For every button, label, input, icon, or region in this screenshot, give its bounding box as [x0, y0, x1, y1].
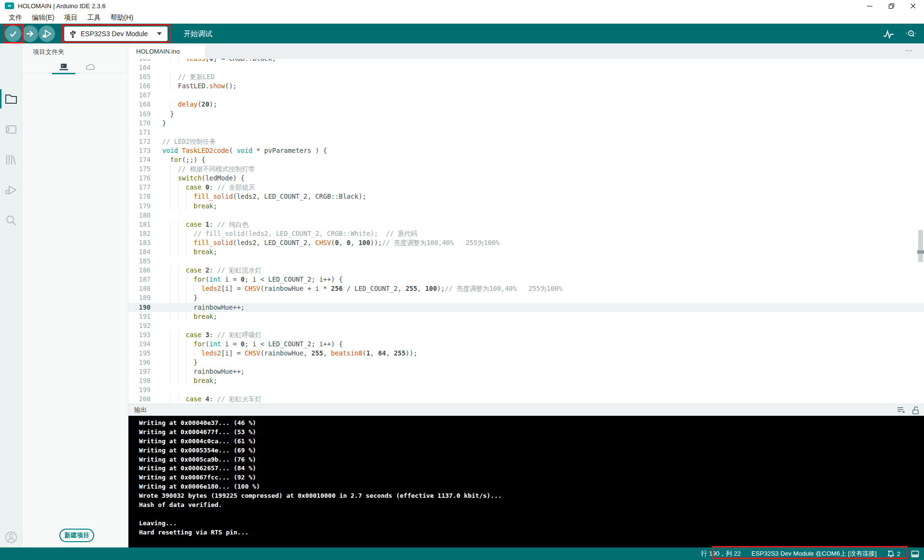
line-number: 169	[128, 109, 151, 119]
code-line[interactable]: 172// LED2控制任务	[128, 137, 924, 146]
terminal-line: Writing at 0x0005ca9b... (76 %)	[139, 455, 924, 464]
menu-item[interactable]: 项目	[59, 12, 83, 24]
code-line[interactable]: 181 case 1: // 纯白色	[128, 220, 924, 229]
line-number: 193	[128, 330, 151, 340]
notification-count: 2	[897, 550, 900, 558]
code-line[interactable]: 189 }	[128, 293, 924, 302]
code-line[interactable]: 191 break;	[128, 312, 924, 321]
output-terminal[interactable]: Writing at 0x00040e37... (46 %)Writing a…	[128, 416, 924, 547]
terminal-line: Writing at 0x0004c0ca... (61 %)	[139, 437, 924, 446]
line-number: 172	[128, 137, 151, 146]
code-line[interactable]: 180	[128, 211, 924, 220]
sidebar-item-debug[interactable]	[0, 179, 22, 201]
code-line[interactable]: 186 case 2: // 彩虹流水灯	[128, 266, 924, 275]
terminal-line	[139, 510, 924, 519]
code-line[interactable]: 200 case 4: // 彩虹火车灯	[128, 395, 924, 404]
code-line[interactable]: 170}	[128, 119, 924, 128]
code-line[interactable]: 179 break;	[128, 202, 924, 211]
sidebar-item-boards-manager[interactable]	[0, 119, 22, 140]
close-button[interactable]	[902, 0, 924, 12]
code-line[interactable]: 197 rainbowHue++;	[128, 367, 924, 376]
editor-scrollbar[interactable]	[918, 230, 923, 262]
tab-local-sketchbook[interactable]	[51, 61, 76, 73]
code-line[interactable]: 165 // 更新LED	[128, 72, 924, 82]
code-line[interactable]: 199	[128, 385, 924, 395]
code-line[interactable]: 194 for(int i = 0; i < LED_COUNT_2; i++)…	[128, 340, 924, 349]
line-number: 178	[128, 192, 151, 201]
code-line[interactable]: 185	[128, 257, 924, 266]
window-title: HOLOMAIN | Arduino IDE 2.3.6	[18, 2, 106, 10]
code-editor[interactable]: 163 leds3[0] = CRGB::Black;164165 // 更新L…	[128, 59, 924, 404]
code-line[interactable]: 177 case 0: // 全部熄灭	[128, 183, 924, 192]
board-port-status[interactable]: ESP32S3 Dev Module 在COM6上 [没有连接]	[751, 549, 876, 558]
activity-bar	[0, 43, 22, 547]
arduino-ide-window: ∞ HOLOMAIN | Arduino IDE 2.3.6 文件编辑(E)项目…	[0, 0, 924, 560]
code-line[interactable]: 190 rainbowHue++;	[128, 303, 924, 312]
menu-bar: 文件编辑(E)项目工具帮助(H)	[0, 12, 924, 24]
upload-button[interactable]	[22, 26, 38, 42]
code-line[interactable]: 169 }	[128, 109, 924, 119]
terminal-line: Leaving...	[139, 519, 924, 528]
tab-holomain-ino[interactable]: HOLOMAIN.ino	[128, 43, 205, 59]
code-line[interactable]: 188 leds2[i] = CHSV(rainbowHue + i * 256…	[128, 284, 924, 293]
line-number: 165	[128, 72, 151, 82]
code-line[interactable]: 178 fill_solid(leds2, LED_COUNT_2, CRGB:…	[128, 192, 924, 201]
code-line[interactable]: 183 fill_solid(leds2, LED_COUNT_2, CHSV(…	[128, 238, 924, 247]
sidebar-item-library-manager[interactable]	[0, 149, 22, 170]
serial-plotter-icon[interactable]	[882, 28, 895, 39]
notifications-item[interactable]: 2	[887, 550, 900, 558]
terminal-line: Hash of data verified.	[139, 501, 924, 510]
lock-open-icon[interactable]	[912, 406, 919, 414]
menu-item[interactable]: 帮助(H)	[106, 12, 138, 24]
restore-button[interactable]	[881, 0, 902, 12]
minimize-button[interactable]	[859, 0, 881, 12]
line-number: 181	[128, 220, 151, 229]
code-line[interactable]: 173void TaskLED2code( void * pvParameter…	[128, 146, 924, 155]
code-line[interactable]: 166 FastLED.show();	[128, 82, 924, 91]
menu-item[interactable]: 工具	[83, 12, 106, 24]
toggle-panel-icon[interactable]	[911, 550, 919, 558]
serial-monitor-icon[interactable]	[905, 28, 917, 39]
code-line[interactable]: 164	[128, 63, 924, 72]
terminal-line: Wrote 390032 bytes (199225 compressed) a…	[139, 492, 924, 501]
code-line[interactable]: 196 }	[128, 358, 924, 367]
menu-item[interactable]: 文件	[4, 12, 27, 24]
cloud-icon	[85, 63, 96, 71]
code-line[interactable]: 171	[128, 128, 924, 137]
tab-cloud-sketchbook[interactable]	[78, 61, 103, 73]
arrow-right-icon	[25, 29, 35, 39]
start-debug-label[interactable]: 开始调试	[183, 24, 212, 43]
board-selector[interactable]: ESP32S3 Dev Module	[64, 27, 168, 41]
code-line[interactable]: 195 leds2[i] = CHSV(rainbowHue, 255, bea…	[128, 349, 924, 358]
code-line[interactable]: 187 for(int i = 0; i < LED_COUNT_2; i++)…	[128, 275, 924, 284]
line-number: 177	[128, 183, 151, 192]
verify-button[interactable]	[5, 26, 21, 42]
more-actions-icon[interactable]: ⋯	[905, 43, 913, 59]
line-number: 187	[128, 275, 151, 284]
status-bar: 行 190，列 22 ESP32S3 Dev Module 在COM6上 [没有…	[0, 547, 924, 560]
sidebar-item-search[interactable]	[0, 210, 22, 231]
terminal-line: Writing at 0x00062657... (84 %)	[139, 464, 924, 473]
sidebar-item-sketchbook[interactable]	[0, 88, 22, 109]
sidebar-item-account[interactable]	[0, 527, 22, 548]
cursor-position[interactable]: 行 190，列 22	[701, 549, 741, 558]
new-sketch-button[interactable]: 新建项目	[59, 529, 94, 542]
code-line[interactable]: 192	[128, 321, 924, 330]
line-number: 185	[128, 257, 151, 266]
line-number: 164	[128, 63, 151, 72]
code-line[interactable]: 168 delay(20);	[128, 100, 924, 109]
code-line[interactable]: 193 case 3: // 彩虹呼吸灯	[128, 330, 924, 340]
code-line[interactable]: 184 break;	[128, 247, 924, 257]
code-line[interactable]: 167	[128, 91, 924, 100]
code-line[interactable]: 174 for(;;) {	[128, 155, 924, 164]
clear-output-icon[interactable]	[896, 406, 905, 414]
code-line[interactable]: 182 // fill_solid(leds2, LED_COUNT_2, CR…	[128, 229, 924, 238]
debug-button[interactable]	[39, 26, 55, 42]
code-line[interactable]: 175 // 根据不同模式控制灯带	[128, 164, 924, 174]
code-line[interactable]: 163 leds3[0] = CRGB::Black;	[128, 59, 924, 63]
debug-sidebar-icon	[4, 184, 18, 196]
menu-item[interactable]: 编辑(E)	[27, 12, 59, 24]
code-line[interactable]: 198 break;	[128, 376, 924, 385]
arduino-logo-icon: ∞	[5, 2, 14, 9]
code-line[interactable]: 176 switch(ledMode) {	[128, 174, 924, 183]
